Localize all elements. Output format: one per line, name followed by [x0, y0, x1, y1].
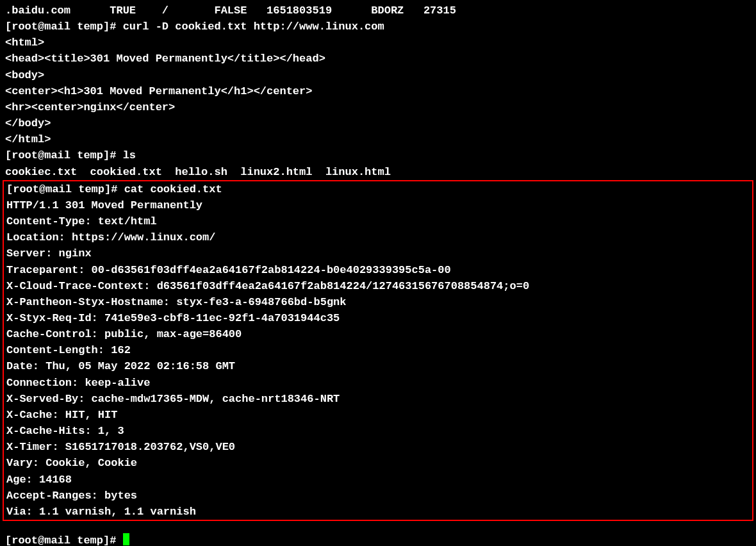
terminal-output: .baidu.com TRUE / FALSE 1651803519 BDORZ… — [5, 3, 751, 546]
body-open: <body> — [5, 67, 751, 83]
prompt-active[interactable]: [root@mail temp]# — [5, 533, 751, 546]
accept-ranges-header: Accept-Ranges: bytes — [6, 488, 750, 504]
cache-control-header: Cache-Control: public, max-age=86400 — [6, 326, 750, 342]
location-header: Location: https://www.linux.com/ — [6, 229, 750, 245]
head-line: <head><title>301 Moved Permanently</titl… — [5, 51, 751, 67]
prompt-cat: [root@mail temp]# cat cookied.txt — [6, 181, 750, 197]
server-header: Server: nginx — [6, 245, 750, 261]
via-header: Via: 1.1 varnish, 1.1 varnish — [6, 504, 750, 520]
highlighted-section: [root@mail temp]# cat cookied.txt HTTP/1… — [3, 180, 753, 521]
vary-header: Vary: Cookie, Cookie — [6, 455, 750, 471]
center-h1: <center><h1>301 Moved Permanently</h1></… — [5, 83, 751, 99]
x-cache-hits-header: X-Cache-Hits: 1, 3 — [6, 423, 750, 439]
age-header: Age: 14168 — [6, 472, 750, 488]
body-close: </body> — [5, 115, 751, 131]
date-header: Date: Thu, 05 May 2022 02:16:58 GMT — [6, 358, 750, 374]
x-pantheon-header: X-Pantheon-Styx-Hostname: styx-fe3-a-694… — [6, 294, 750, 310]
ls-output: cookiec.txt cookied.txt hello.sh linux2.… — [5, 164, 751, 180]
content-length-header: Content-Length: 162 — [6, 342, 750, 358]
x-styx-req-header: X-Styx-Req-Id: 741e59e3-cbf8-11ec-92f1-4… — [6, 310, 750, 326]
prompt-curl: [root@mail temp]# curl -D cookied.txt ht… — [5, 19, 751, 35]
cursor-icon — [123, 533, 129, 545]
traceparent-header: Traceparent: 00-d63561f03dff4ea2a64167f2… — [6, 262, 750, 278]
x-cache-header: X-Cache: HIT, HIT — [6, 407, 750, 423]
x-cloud-trace-header: X-Cloud-Trace-Context: d63561f03dff4ea2a… — [6, 278, 750, 294]
prompt-ls: [root@mail temp]# ls — [5, 147, 751, 163]
content-type-header: Content-Type: text/html — [6, 213, 750, 229]
connection-header: Connection: keep-alive — [6, 375, 750, 391]
html-close: </html> — [5, 131, 751, 147]
prompt-text: [root@mail temp]# — [5, 534, 123, 546]
x-served-by-header: X-Served-By: cache-mdw17365-MDW, cache-n… — [6, 391, 750, 407]
html-open: <html> — [5, 35, 751, 51]
partial-cookie-line: .baidu.com TRUE / FALSE 1651803519 BDORZ… — [5, 3, 751, 19]
http-status-line: HTTP/1.1 301 Moved Permanently — [6, 197, 750, 213]
hr-center: <hr><center>nginx</center> — [5, 99, 751, 115]
x-timer-header: X-Timer: S1651717018.203762,VS0,VE0 — [6, 439, 750, 455]
